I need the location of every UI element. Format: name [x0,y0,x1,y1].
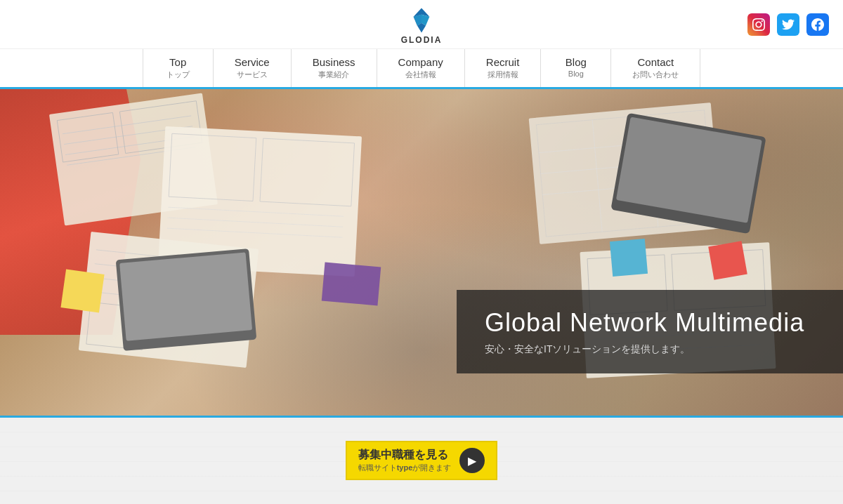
nav-blog-ja: Blog [568,69,584,78]
nav-contact[interactable]: Contact お問い合わせ [610,49,700,87]
nav-business[interactable]: Business 事業紹介 [291,49,377,87]
logo-icon [405,7,438,34]
svg-line-13 [168,207,344,216]
svg-rect-12 [260,138,355,206]
job-banner-title: 募集中職種を見る [358,448,452,463]
svg-line-15 [167,228,343,237]
nav-business-en: Business [313,56,355,68]
hero-text-overlay: Global Network Multimedia 安心・安全なITソリューショ… [457,290,843,373]
nav-service-en: Service [235,56,270,68]
nav-company-ja: 会社情報 [405,69,436,80]
logo[interactable]: GLODIA [401,7,443,45]
nav-blog-en: Blog [566,56,587,68]
nav-top-en: Top [169,56,186,68]
sticky-note-blue [610,239,648,277]
nav-top-ja: トップ [166,69,190,80]
purple-notebook [322,263,381,306]
nav-business-ja: 事業紹介 [318,69,349,80]
job-banner[interactable]: 募集中職種を見る 転職サイトtypeが開きます ▶ [346,441,498,480]
hero-section: Global Network Multimedia 安心・安全なITソリューショ… [0,89,843,416]
nav-service[interactable]: Service サービス [213,49,291,87]
twitter-icon[interactable] [777,13,799,36]
hero-main-text: Global Network Multimedia [485,307,822,338]
nav-recruit-en: Recruit [486,56,520,68]
nav-service-ja: サービス [237,69,268,80]
nav-top[interactable]: Top トップ [143,49,213,87]
bottom-section: 募集中職種を見る 転職サイトtypeが開きます ▶ [0,416,843,504]
instagram-icon[interactable] [747,13,770,36]
hero-sub-text: 安心・安全なITソリューションを提供します。 [485,343,822,356]
play-icon: ▶ [459,448,485,473]
logo-text: GLODIA [401,35,443,45]
nav-recruit-ja: 採用情報 [488,69,518,80]
job-banner-subtitle: 転職サイトtypeが開きます [358,463,452,473]
laptop-2 [116,248,257,351]
social-icons [747,13,829,36]
main-navigation: Top トップ Service サービス Business 事業紹介 Compa… [0,49,843,89]
sticky-note-yellow [60,269,104,312]
svg-rect-11 [169,133,256,201]
svg-line-14 [168,218,344,227]
nav-contact-en: Contact [637,56,674,68]
nav-contact-ja: お問い合わせ [632,69,679,80]
nav-company-en: Company [398,56,443,68]
nav-company[interactable]: Company 会社情報 [377,49,464,87]
nav-blog[interactable]: Blog Blog [540,49,610,87]
svg-line-20 [592,120,602,232]
facebook-icon[interactable] [806,13,829,36]
sticky-note-red [708,241,747,280]
nav-recruit[interactable]: Recruit 採用情報 [464,49,541,87]
site-header: GLODIA [0,0,843,49]
